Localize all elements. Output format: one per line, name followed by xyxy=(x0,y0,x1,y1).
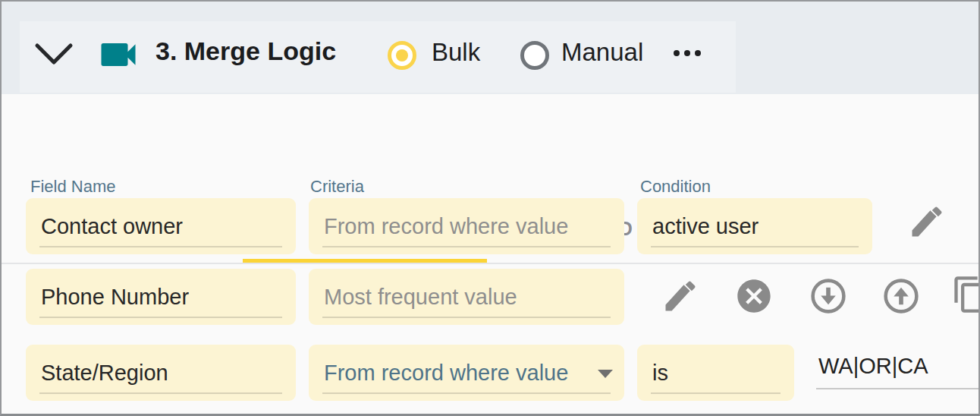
pencil-icon[interactable] xyxy=(661,276,700,316)
tab-bar: MASTER ? FIELDS ? 4 METHOD ? xyxy=(2,94,978,173)
field-name-input[interactable]: State/Region xyxy=(26,345,296,401)
merge-logic-widget: 3. Merge Logic Bulk Manual MASTER ? FIEL… xyxy=(0,0,980,416)
column-header-field-name: Field Name xyxy=(30,177,115,197)
more-options-icon[interactable] xyxy=(674,50,701,56)
bulk-radio[interactable] xyxy=(388,41,416,70)
tabbar-divider xyxy=(2,263,978,264)
pencil-icon[interactable] xyxy=(907,202,947,241)
column-header-criteria: Criteria xyxy=(310,177,364,197)
field-name-input[interactable]: Contact owner xyxy=(26,198,296,254)
column-header-condition: Condition xyxy=(640,177,711,197)
condition-input[interactable]: active user xyxy=(637,198,872,254)
condition-value-input[interactable]: WA|OR|CA xyxy=(818,354,928,379)
page-title: 3. Merge Logic xyxy=(155,36,336,66)
criteria-selected-value: From record where value xyxy=(324,361,568,386)
manual-radio-label[interactable]: Manual xyxy=(561,38,643,67)
arrow-down-circle-icon[interactable] xyxy=(809,276,848,316)
condition-value-underline xyxy=(816,388,978,389)
condition-value: is xyxy=(652,361,668,386)
criteria-placeholder: Most frequent value xyxy=(324,285,517,310)
bulk-radio-label[interactable]: Bulk xyxy=(432,38,480,67)
condition-input[interactable]: is xyxy=(637,345,794,401)
field-name-value: State/Region xyxy=(41,361,168,386)
video-camera-icon xyxy=(96,32,141,77)
criteria-placeholder: From record where value xyxy=(324,214,568,239)
radio-dot xyxy=(396,49,408,61)
dropdown-arrow-icon xyxy=(597,369,614,379)
x-circle-icon[interactable] xyxy=(734,276,774,316)
active-tab-underline xyxy=(243,259,487,263)
chevron-down-icon[interactable] xyxy=(33,41,74,67)
copy-icon[interactable] xyxy=(951,275,980,314)
condition-value: active user xyxy=(652,214,759,239)
manual-radio[interactable] xyxy=(520,41,549,70)
field-name-value: Contact owner xyxy=(41,214,183,239)
arrow-up-circle-icon[interactable] xyxy=(881,276,921,316)
header-bar: 3. Merge Logic Bulk Manual xyxy=(2,2,978,94)
criteria-dropdown[interactable]: From record where value xyxy=(309,345,624,401)
field-name-input[interactable]: Phone Number xyxy=(26,269,296,325)
criteria-input[interactable]: From record where value xyxy=(309,198,624,254)
field-name-value: Phone Number xyxy=(41,285,189,310)
criteria-input[interactable]: Most frequent value xyxy=(309,269,624,325)
